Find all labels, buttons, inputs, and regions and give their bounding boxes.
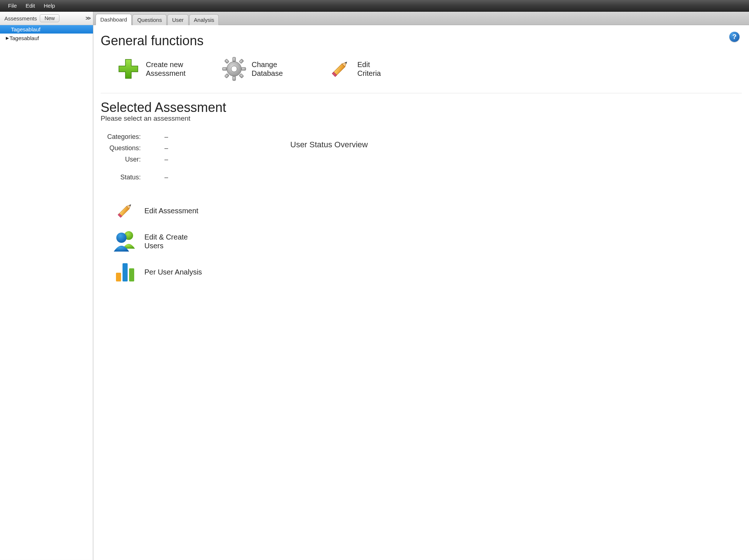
svg-rect-2 xyxy=(233,76,236,81)
svg-rect-4 xyxy=(241,67,246,70)
stat-label: Questions: xyxy=(101,144,141,152)
sidebar-item-label: Tagesablauf xyxy=(9,35,39,41)
stat-value: – xyxy=(152,144,181,152)
sidebar-item-selected[interactable]: Tagesablauf xyxy=(0,25,93,34)
svg-point-19 xyxy=(116,233,127,243)
edit-assessment-label: Edit Assessment xyxy=(144,206,198,215)
svg-rect-20 xyxy=(116,273,121,281)
svg-rect-3 xyxy=(222,67,227,70)
main-area: Assessments New >> Tagesablauf ▶ Tagesab… xyxy=(0,12,749,560)
user-status-overview-heading: User Status Overview xyxy=(290,140,368,149)
change-database-label: Change Database xyxy=(252,60,283,78)
new-assessment-button[interactable]: New xyxy=(40,14,59,22)
stat-label: User: xyxy=(101,156,141,163)
svg-rect-6 xyxy=(239,74,244,78)
stat-status: Status: – xyxy=(101,172,203,183)
stat-questions: Questions: – xyxy=(101,143,203,154)
tab-analysis[interactable]: Analysis xyxy=(189,14,219,25)
content-column: Dashboard Questions User Analysis ? Gene… xyxy=(93,12,749,560)
stats-block: Categories: – Questions: – User: – Statu… xyxy=(101,131,203,183)
sidebar-collapse-button[interactable]: >> xyxy=(86,15,90,21)
svg-rect-5 xyxy=(225,59,229,64)
dashboard-page: ? General functions xyxy=(93,25,749,560)
menu-edit[interactable]: Edit xyxy=(21,1,39,10)
menu-file[interactable]: File xyxy=(4,1,21,10)
bar-chart-icon xyxy=(112,259,138,285)
selected-assessment-heading: Selected Assessment xyxy=(101,100,742,115)
section-divider xyxy=(101,93,742,93)
help-icon[interactable]: ? xyxy=(729,32,740,42)
create-assessment-button[interactable]: Create new Assessment xyxy=(115,56,210,82)
sidebar-tree: Tagesablauf ▶ Tagesablauf xyxy=(0,25,93,560)
gear-icon xyxy=(221,56,247,82)
svg-rect-1 xyxy=(233,57,236,62)
per-user-analysis-label: Per User Analysis xyxy=(144,268,202,276)
edit-assessment-button[interactable]: Edit Assessment xyxy=(112,198,742,224)
stat-value: – xyxy=(152,133,181,141)
tabstrip: Dashboard Questions User Analysis xyxy=(93,12,749,25)
stat-categories: Categories: – xyxy=(101,131,203,143)
tab-dashboard[interactable]: Dashboard xyxy=(96,14,132,25)
stat-value: – xyxy=(152,156,181,163)
svg-rect-21 xyxy=(123,263,128,281)
plus-icon xyxy=(115,56,141,82)
edit-criteria-label: Edit Criteria xyxy=(357,60,381,78)
svg-rect-22 xyxy=(129,268,134,281)
general-functions-row: Create new Assessment xyxy=(115,56,742,82)
stat-label: Categories: xyxy=(101,133,141,141)
stat-value: – xyxy=(152,174,181,181)
pencil-icon xyxy=(112,198,138,224)
tab-questions[interactable]: Questions xyxy=(132,14,167,25)
edit-create-users-label: Edit & Create Users xyxy=(144,233,188,250)
pencil-icon xyxy=(327,56,353,82)
edit-criteria-button[interactable]: Edit Criteria xyxy=(327,56,422,82)
caret-right-icon: ▶ xyxy=(6,36,9,40)
stat-user: User: – xyxy=(101,154,203,165)
menubar: File Edit Help xyxy=(0,0,749,12)
svg-rect-8 xyxy=(225,74,229,78)
tab-user[interactable]: User xyxy=(167,14,189,25)
general-functions-heading: General functions xyxy=(101,33,742,48)
menu-help[interactable]: Help xyxy=(39,1,59,10)
edit-create-users-button[interactable]: Edit & Create Users xyxy=(112,228,742,254)
stat-label: Status: xyxy=(101,174,141,181)
create-assessment-label: Create new Assessment xyxy=(146,60,186,78)
selected-assessment-subheading: Please select an assessment xyxy=(101,114,742,122)
users-icon xyxy=(112,228,138,254)
per-user-analysis-button[interactable]: Per User Analysis xyxy=(112,259,742,285)
sidebar: Assessments New >> Tagesablauf ▶ Tagesab… xyxy=(0,12,93,560)
assessment-actions: Edit Assessment xyxy=(112,198,742,285)
sidebar-header: Assessments New >> xyxy=(0,12,93,25)
change-database-button[interactable]: Change Database xyxy=(221,56,316,82)
svg-rect-7 xyxy=(239,59,244,64)
sidebar-item[interactable]: ▶ Tagesablauf xyxy=(0,34,93,43)
stats-area: Categories: – Questions: – User: – Statu… xyxy=(101,128,742,198)
svg-point-9 xyxy=(231,66,237,72)
sidebar-title: Assessments xyxy=(4,15,37,22)
